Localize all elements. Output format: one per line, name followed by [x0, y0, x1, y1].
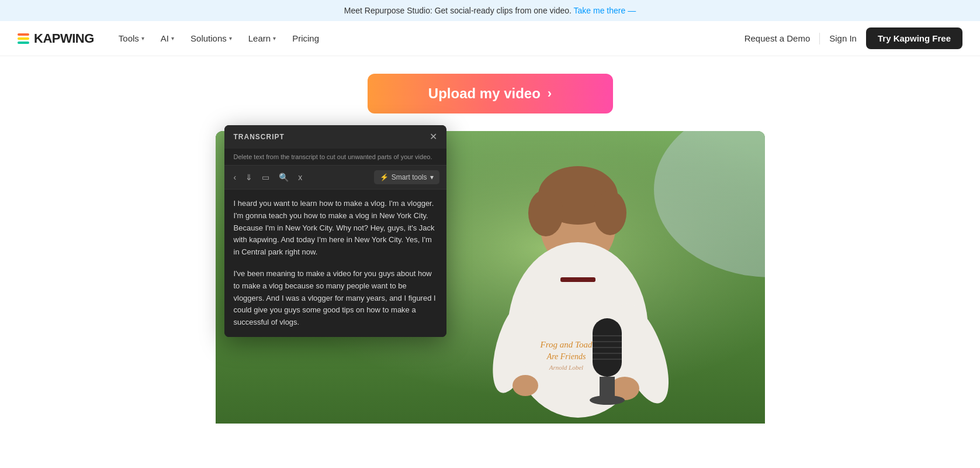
lightning-icon: ⚡	[380, 173, 389, 181]
transcript-body: I heard you want to learn how to make a …	[224, 190, 446, 337]
close-icon[interactable]: ✕	[430, 132, 437, 142]
svg-point-20	[512, 375, 538, 396]
strikethrough-icon[interactable]: x	[296, 171, 304, 183]
transcript-paragraph-2: I've been meaning to make a video for yo…	[234, 268, 437, 329]
arrow-icon: ›	[548, 86, 552, 101]
svg-rect-8	[560, 277, 595, 282]
nav-item-learn[interactable]: Learn ▾	[241, 29, 283, 48]
smart-tools-button[interactable]: ⚡ Smart tools ▾	[374, 170, 439, 184]
svg-text:Arnold Lobel: Arnold Lobel	[548, 364, 583, 371]
nav-item-ai[interactable]: AI ▾	[154, 29, 181, 48]
transcript-title: TRANSCRIPT	[234, 133, 285, 141]
chevron-down-icon: ▾	[141, 35, 144, 42]
navbar: KAPWING Tools ▾ AI ▾ Solutions ▾ Learn ▾…	[0, 21, 980, 56]
transcript-toolbar: ‹ ⇓ ▭ 🔍 x ⚡ Smart tools ▾	[224, 166, 446, 190]
transcript-header: TRANSCRIPT ✕	[224, 125, 446, 149]
nav-item-solutions[interactable]: Solutions ▾	[183, 29, 239, 48]
logo[interactable]: KAPWING	[18, 31, 94, 46]
sign-in-link[interactable]: Sign In	[829, 33, 857, 43]
announcement-bar: Meet Repurpose Studio: Get social-ready …	[0, 0, 980, 21]
chevron-down-icon: ▾	[171, 35, 174, 42]
svg-point-4	[528, 190, 563, 236]
svg-point-5	[594, 191, 626, 235]
logo-bars	[18, 33, 29, 44]
nav-right: Request a Demo Sign In Try Kapwing Free	[744, 27, 962, 49]
svg-text:Frog and Toad: Frog and Toad	[539, 340, 592, 349]
download-icon[interactable]: ⇓	[243, 171, 255, 183]
captions-icon[interactable]: ▭	[259, 171, 272, 183]
request-demo-link[interactable]: Request a Demo	[744, 33, 811, 43]
chevron-down-icon: ▾	[430, 173, 434, 181]
try-kapwing-free-button[interactable]: Try Kapwing Free	[866, 27, 962, 49]
nav-item-pricing[interactable]: Pricing	[285, 29, 326, 48]
search-icon[interactable]: 🔍	[276, 171, 291, 183]
nav-divider	[819, 33, 820, 44]
nav-links: Tools ▾ AI ▾ Solutions ▾ Learn ▾ Pricing	[112, 29, 744, 48]
logo-text: KAPWING	[34, 31, 94, 46]
nav-item-tools[interactable]: Tools ▾	[112, 29, 151, 48]
announcement-link[interactable]: Take me there —	[574, 6, 636, 15]
svg-point-13	[590, 395, 625, 405]
svg-text:Are Friends: Are Friends	[546, 352, 586, 361]
main-content: Upload my video › TRANSCRIPT ✕ Delete te…	[0, 56, 980, 424]
video-section: TRANSCRIPT ✕ Delete text from the transc…	[216, 131, 765, 424]
transcript-paragraph-1: I heard you want to learn how to make a …	[234, 198, 437, 259]
back-icon[interactable]: ‹	[231, 171, 239, 183]
transcript-subtitle: Delete text from the transcript to cut o…	[224, 149, 446, 166]
announcement-text: Meet Repurpose Studio: Get social-ready …	[344, 6, 572, 15]
upload-video-button[interactable]: Upload my video ›	[368, 74, 613, 113]
transcript-panel: TRANSCRIPT ✕ Delete text from the transc…	[224, 125, 446, 337]
chevron-down-icon: ▾	[229, 35, 232, 42]
chevron-down-icon: ▾	[273, 35, 276, 42]
